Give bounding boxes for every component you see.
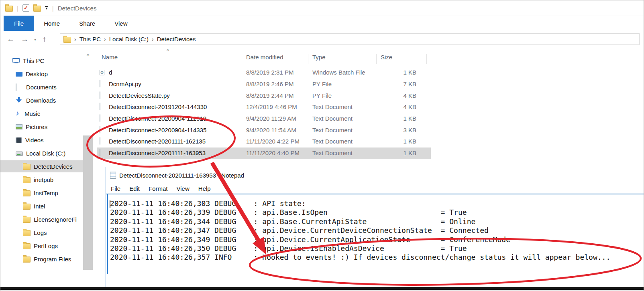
file-name: DetectDisconnect-20201111-163953: [109, 150, 206, 156]
table-row-selected[interactable]: DetectDisconnect-20201111-163953 11/11/2…: [97, 148, 431, 159]
address-field[interactable]: › This PC › Local Disk (C:) › DetectDevi…: [60, 33, 640, 45]
sidebar-item-label: LicenseIgnoreFi: [34, 216, 77, 223]
menu-edit[interactable]: Edit: [129, 185, 140, 192]
table-row[interactable]: DetectDisconnect-20200904-112919 9/4/202…: [97, 113, 431, 125]
sidebar-item-intel[interactable]: Intel: [0, 200, 94, 212]
breadcrumb-detectdevices[interactable]: DetectDevices: [157, 36, 196, 42]
table-row[interactable]: DetectDisconnect-20201111-162135 11/11/2…: [97, 136, 431, 148]
quick-access-dropdown-icon[interactable]: ▼: [45, 6, 48, 10]
sidebar-item-label: Intel: [34, 203, 45, 210]
text-document-icon: [100, 114, 100, 122]
music-icon: ♪: [16, 110, 21, 117]
file-date: 9/4/2020 11:54 AM: [246, 127, 296, 133]
back-icon[interactable]: ←: [7, 35, 14, 44]
folder-icon: [23, 204, 31, 210]
text-document-icon: [100, 126, 100, 133]
tab-file[interactable]: File: [4, 16, 34, 31]
properties-checkbox-icon[interactable]: ✓: [22, 4, 29, 12]
sidebar-item-perflogs[interactable]: PerfLogs: [0, 240, 94, 252]
sidebar-item-program-files[interactable]: Program Files: [0, 253, 94, 265]
folder-icon: [23, 257, 31, 263]
tab-view[interactable]: View: [105, 16, 137, 31]
table-row[interactable]: DcnmApi.py 8/8/2019 2:46 PM PY File 7 KB: [97, 79, 431, 90]
sidebar-item-local-disk-c[interactable]: Local Disk (C:): [0, 147, 94, 159]
documents-icon: [16, 83, 16, 91]
sidebar-item-desktop[interactable]: Desktop: [0, 68, 94, 80]
table-row[interactable]: DetectDisconnect-20191204-144330 12/4/20…: [97, 101, 431, 113]
file-type: Windows Batch File: [312, 69, 365, 76]
log-line: 2020-11-11 16:40:26,344 DEBUG : api.Base…: [110, 217, 610, 226]
recent-locations-icon[interactable]: ▾: [34, 37, 36, 42]
disk-drive-icon: [16, 152, 23, 156]
sidebar-item-licenseignorefi[interactable]: LicenseIgnoreFi: [0, 213, 94, 225]
column-divider: [426, 54, 427, 64]
table-row[interactable]: ⚙ d 8/8/2019 2:31 PM Windows Batch File …: [97, 67, 431, 79]
log-line: 2020-11-11 16:40:26,349 DEBUG : api.Devi…: [110, 235, 610, 244]
file-name: DetectDisconnect-20200904-114335: [109, 127, 206, 133]
column-header-name[interactable]: Name: [102, 54, 118, 61]
videos-icon: [16, 137, 22, 143]
notepad-window: DetectDisconnect-20201111-163953 - Notep…: [106, 167, 644, 287]
up-icon[interactable]: ↑: [43, 35, 47, 44]
sidebar-item-label: Logs: [34, 229, 47, 236]
column-divider: [308, 54, 308, 64]
sidebar-item-label: Downloads: [26, 97, 56, 104]
sidebar-item-logs[interactable]: Logs: [0, 226, 94, 238]
menu-view[interactable]: View: [177, 185, 190, 192]
sidebar-scroll-up-icon[interactable]: ^: [83, 52, 93, 60]
sidebar-item-pictures[interactable]: Pictures: [0, 121, 94, 133]
window-title: DetectDevices: [58, 5, 97, 12]
column-header-type[interactable]: Type: [312, 54, 326, 61]
tab-share[interactable]: Share: [69, 16, 105, 31]
file-name: DetectDisconnect-20200904-112919: [109, 115, 206, 122]
sidebar-item-music[interactable]: ♪ Music: [0, 107, 94, 119]
new-folder-icon[interactable]: [33, 6, 41, 12]
folder-icon: [23, 230, 31, 236]
sidebar-item-insttemp[interactable]: InstTemp: [0, 187, 94, 199]
menu-help[interactable]: Help: [198, 185, 211, 192]
downloads-icon: [16, 97, 23, 103]
breadcrumb-local-disk[interactable]: Local Disk (C:): [109, 36, 149, 42]
file-name: DetectDevicesState.py: [109, 92, 170, 99]
sidebar-item-label: Pictures: [26, 123, 47, 130]
sidebar-scrollbar[interactable]: [83, 135, 93, 270]
sidebar-item-this-pc[interactable]: This PC: [0, 55, 94, 67]
breadcrumb-separator: ›: [74, 36, 76, 42]
file-size: 3 KB: [370, 127, 416, 133]
sidebar-item-videos[interactable]: Videos: [0, 134, 94, 146]
text-document-icon: [100, 137, 100, 145]
notepad-text-area[interactable]: 2020-11-11 16:40:26,303 DEBUG : API stat…: [110, 199, 610, 262]
app-folder-icon: [5, 6, 13, 12]
sidebar-item-label: InstTemp: [34, 190, 58, 196]
breadcrumb-this-pc[interactable]: This PC: [79, 36, 101, 42]
table-row[interactable]: DetectDisconnect-20200904-114335 9/4/202…: [97, 125, 431, 136]
sidebar-item-label: Program Files: [34, 256, 71, 263]
sidebar-item-detectdevices[interactable]: DetectDevices: [0, 160, 83, 172]
notepad-titlebar[interactable]: DetectDisconnect-20201111-163953 - Notep…: [106, 167, 644, 183]
menu-format[interactable]: Format: [149, 185, 168, 192]
log-line: 2020-11-11 16:40:26,303 DEBUG : API stat…: [110, 199, 610, 208]
log-line: 2020-11-11 16:40:26,350 DEBUG : api.Devi…: [110, 244, 610, 253]
file-type: PY File: [312, 81, 332, 87]
menu-file[interactable]: File: [111, 185, 120, 192]
sidebar-item-documents[interactable]: Documents: [0, 81, 94, 93]
column-divider: [242, 54, 242, 64]
bottom-border-bar: [0, 287, 644, 290]
column-header-date-modified[interactable]: Date modified: [246, 54, 283, 61]
column-header-size[interactable]: Size: [381, 54, 392, 61]
file-date: 8/8/2019 2:44 PM: [246, 92, 293, 99]
screenshot-root: | ✓ ▼ | DetectDevices File Home Share Vi…: [0, 0, 644, 291]
forward-icon[interactable]: →: [21, 35, 29, 44]
file-size: 1 KB: [370, 69, 416, 76]
sidebar-item-downloads[interactable]: Downloads: [0, 94, 94, 106]
sidebar-item-inetpub[interactable]: inetpub: [0, 174, 94, 186]
tab-home[interactable]: Home: [34, 16, 69, 31]
notepad-edge: [107, 194, 108, 274]
batch-file-icon: ⚙: [100, 70, 104, 75]
titlebar-divider: |: [17, 5, 18, 12]
file-name: DcnmApi.py: [109, 81, 141, 87]
table-row[interactable]: DetectDevicesState.py 8/8/2019 2:44 PM P…: [97, 90, 431, 102]
file-type: Text Document: [312, 127, 353, 133]
desktop-icon: [16, 72, 22, 77]
notepad-menu-divider: [106, 194, 644, 194]
